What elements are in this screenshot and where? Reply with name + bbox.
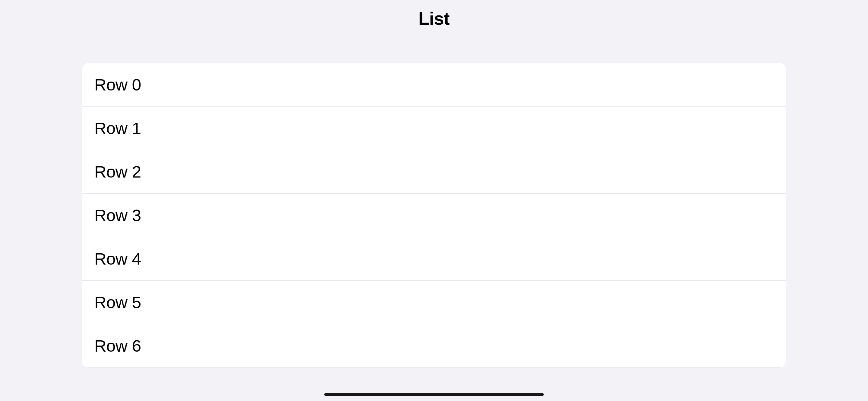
list-item[interactable]: Row 5 xyxy=(82,281,786,324)
list-item[interactable]: Row 1 xyxy=(82,107,786,150)
list-item[interactable]: Row 6 xyxy=(82,324,786,368)
list-item-label: Row 1 xyxy=(94,119,141,138)
home-indicator[interactable] xyxy=(324,393,544,396)
list-item[interactable]: Row 4 xyxy=(82,237,786,281)
list-item[interactable]: Row 3 xyxy=(82,194,786,237)
list-item-label: Row 4 xyxy=(94,249,141,268)
list-item[interactable]: Row 0 xyxy=(82,63,786,107)
list-item-label: Row 0 xyxy=(94,75,141,94)
navigation-bar: List xyxy=(0,0,868,42)
list-view[interactable]: Row 0 Row 1 Row 2 Row 3 Row 4 Row 5 Row … xyxy=(82,63,786,368)
list-item-label: Row 5 xyxy=(94,293,141,312)
list-item[interactable]: Row 2 xyxy=(82,150,786,194)
list-item-label: Row 6 xyxy=(94,336,141,355)
list-item-label: Row 3 xyxy=(94,206,141,225)
page-title: List xyxy=(0,8,868,29)
list-item-label: Row 2 xyxy=(94,162,141,181)
